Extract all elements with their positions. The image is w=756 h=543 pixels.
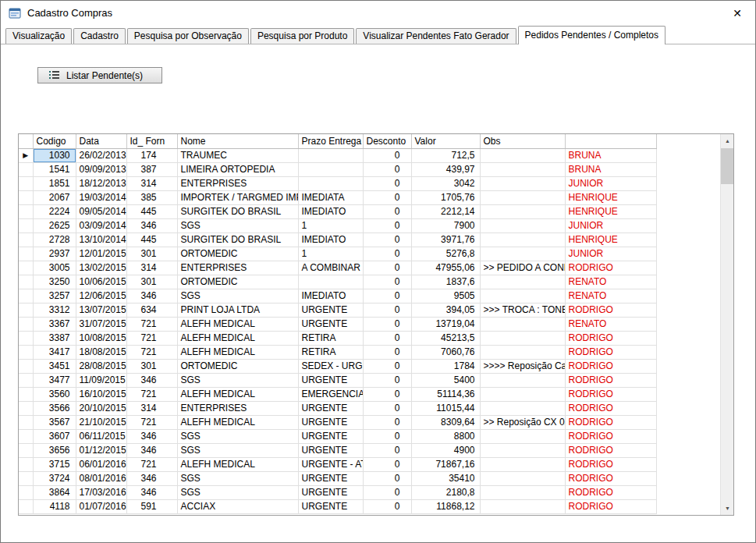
column-header-desconto[interactable]: Desconto [363,134,411,148]
cell-data[interactable]: 06/11/2015 [76,429,126,443]
cell-nome[interactable]: ENTERPRISES [177,261,298,275]
cell-nome[interactable]: ALEFH MEDICAL [177,415,298,429]
cell-id_forn[interactable]: 301 [126,247,177,261]
cell-resp[interactable]: RODRIGO [565,415,656,429]
close-button[interactable]: ✕ [719,1,755,25]
cell-id_forn[interactable]: 721 [126,415,177,429]
cell-nome[interactable]: ENTERPRISES [177,176,298,190]
cell-valor[interactable]: 439,97 [411,162,480,176]
cell-obs[interactable] [480,457,565,471]
cell-prazo_entrega[interactable]: URGENTE [298,415,363,429]
row-selector[interactable] [19,331,33,345]
cell-prazo_entrega[interactable]: IMEDIATO [298,232,363,247]
grid-row[interactable]: 262503/09/2014346SGS107900JUNIOR [19,218,656,232]
cell-data[interactable]: 11/09/2015 [76,373,126,387]
cell-valor[interactable]: 5276,8 [411,247,480,261]
cell-obs[interactable] [480,190,565,204]
cell-prazo_entrega[interactable]: URGENTE [298,471,363,485]
cell-desconto[interactable]: 0 [363,148,411,162]
cell-prazo_entrega[interactable]: 1 [298,247,363,261]
cell-obs[interactable] [480,148,565,162]
cell-id_forn[interactable]: 314 [126,261,177,275]
cell-data[interactable]: 13/10/2014 [76,232,126,247]
cell-obs[interactable] [480,499,565,513]
cell-nome[interactable]: ALEFH MEDICAL [177,317,298,331]
cell-codigo[interactable]: 1030 [33,148,76,162]
cell-valor[interactable]: 35410 [411,471,480,485]
cell-valor[interactable]: 45213,5 [411,331,480,345]
cell-nome[interactable]: SGS [177,471,298,485]
cell-resp[interactable]: RODRIGO [565,261,656,275]
grid-row[interactable]: 300513/02/2015314ENTERPRISESA COMBINAR04… [19,261,656,275]
cell-desconto[interactable]: 0 [363,190,411,204]
cell-desconto[interactable]: 0 [363,261,411,275]
cell-obs[interactable] [480,176,565,190]
cell-data[interactable]: 20/10/2015 [76,401,126,415]
cell-data[interactable]: 03/09/2014 [76,218,126,232]
cell-obs[interactable] [480,387,565,401]
cell-desconto[interactable]: 0 [363,345,411,359]
tab-visualizacao[interactable]: Visualização [5,28,72,44]
cell-nome[interactable]: ALEFH MEDICAL [177,387,298,401]
tab-pesquisa-observacao[interactable]: Pesquisa por Observação [127,28,249,44]
cell-valor[interactable]: 13719,04 [411,317,480,331]
cell-data[interactable]: 09/05/2014 [76,204,126,218]
cell-id_forn[interactable]: 721 [126,457,177,471]
row-selector[interactable] [19,359,33,373]
cell-data[interactable]: 10/06/2015 [76,275,126,289]
cell-desconto[interactable]: 0 [363,387,411,401]
cell-resp[interactable]: RENATO [565,317,656,331]
cell-resp[interactable]: RODRIGO [565,303,656,317]
cell-obs[interactable] [480,204,565,218]
cell-valor[interactable]: 5400 [411,373,480,387]
cell-data[interactable]: 13/07/2015 [76,303,126,317]
cell-data[interactable]: 01/07/2016 [76,499,126,513]
cell-codigo[interactable]: 3864 [33,485,76,499]
tab-cadastro[interactable]: Cadastro [73,28,126,44]
column-header-nome[interactable]: Nome [177,134,298,148]
cell-nome[interactable]: TRAUMEC [177,148,298,162]
cell-data[interactable]: 18/12/2013 [76,176,126,190]
scroll-down-icon[interactable]: ▼ [721,502,734,515]
row-selector[interactable] [19,387,33,401]
cell-nome[interactable]: ALEFH MEDICAL [177,457,298,471]
cell-nome[interactable]: LIMEIRA ORTOPEDIA [177,162,298,176]
row-selector[interactable] [19,176,33,190]
cell-resp[interactable]: HENRIQUE [565,190,656,204]
cell-data[interactable]: 09/09/2013 [76,162,126,176]
cell-codigo[interactable]: 3656 [33,443,76,457]
cell-nome[interactable]: SGS [177,373,298,387]
cell-nome[interactable]: SGS [177,289,298,303]
cell-resp[interactable]: RODRIGO [565,499,656,513]
cell-resp[interactable]: RODRIGO [565,387,656,401]
cell-id_forn[interactable]: 346 [126,429,177,443]
cell-obs[interactable] [480,331,565,345]
grid-row[interactable]: 386417/03/2016346SGSURGENTE02180,8RODRIG… [19,485,656,499]
cell-valor[interactable]: 51114,36 [411,387,480,401]
cell-data[interactable]: 08/01/2016 [76,471,126,485]
cell-valor[interactable]: 1837,6 [411,275,480,289]
cell-codigo[interactable]: 3312 [33,303,76,317]
row-selector[interactable] [19,261,33,275]
scrollbar-thumb[interactable] [721,148,734,184]
cell-nome[interactable]: ENTERPRISES [177,401,298,415]
cell-codigo[interactable]: 3567 [33,415,76,429]
cell-valor[interactable]: 8800 [411,429,480,443]
cell-nome[interactable]: ORTOMEDIC [177,247,298,261]
cell-nome[interactable]: SURGITEK DO BRASIL [177,232,298,247]
cell-resp[interactable]: RODRIGO [565,345,656,359]
cell-obs[interactable] [480,345,565,359]
column-header-valor[interactable]: Valor [411,134,480,148]
cell-resp[interactable]: BRUNA [565,148,656,162]
row-selector[interactable] [19,373,33,387]
cell-valor[interactable]: 3971,76 [411,232,480,247]
grid-row[interactable]: 356620/10/2015314ENTERPRISESURGENTE01101… [19,401,656,415]
cell-resp[interactable]: RENATO [565,289,656,303]
grid-row[interactable]: 185118/12/2013314ENTERPRISES03042JUNIOR [19,176,656,190]
grid-row[interactable]: 360706/11/2015346SGSURGENTE08800RODRIGO [19,429,656,443]
grid-row[interactable]: 206719/03/2014385IMPORTEK / TARGMED IMPL… [19,190,656,204]
cell-obs[interactable] [480,232,565,247]
cell-nome[interactable]: SGS [177,218,298,232]
cell-nome[interactable]: SURGITEK DO BRASIL [177,204,298,218]
cell-desconto[interactable]: 0 [363,373,411,387]
